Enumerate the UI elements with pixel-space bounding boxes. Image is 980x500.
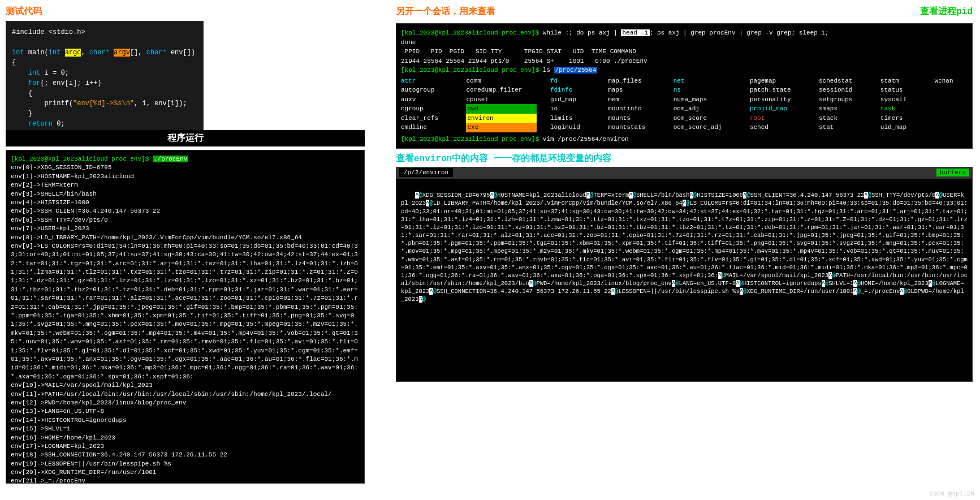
terminal-env21: env[21]->_=./procEnv — [11, 477, 360, 484]
ls-oom-adj: oom_adj — [674, 104, 736, 114]
ls-io: io — [550, 104, 594, 114]
ls-pad3 — [935, 114, 968, 123]
terminal-env1: env[1]->HOSTNAME=kpl_2023alicloud — [11, 173, 360, 181]
code-block: #include <stdio.h> int main(int argc, ch… — [6, 21, 204, 145]
terminal-env12: env[12]->PWD=/home/kpl_2023/linux/blog/p… — [11, 399, 360, 407]
ls-mountstats: mountstats — [608, 123, 659, 132]
ls-environ: environ — [466, 114, 536, 123]
code-line-8: printf("env[%d]->%s\n", i, env[i]); — [12, 98, 197, 109]
ls-map-files: map_files — [608, 76, 659, 86]
ls-schedstat: schedstat — [819, 76, 867, 86]
ls-comm: comm — [466, 76, 536, 86]
code-section: 测试代码 #include <stdio.h> int main(int arg… — [6, 6, 204, 145]
rt-ps-row1: 21944 25564 25564 21944 pts/0 25564 S+ 1… — [401, 57, 968, 66]
ls-ns: ns — [674, 85, 736, 95]
ls-output-grid: attr comm fd map_files net pagemap sched… — [401, 76, 968, 132]
ls-sched: sched — [750, 123, 805, 132]
ls-mem: mem — [608, 95, 659, 105]
ls-gid-map: gid_map — [550, 95, 594, 105]
ls-projid-map: projid_map — [750, 104, 805, 114]
right-bottom-section: 查看environ中的内容 一一存的都是环境变量的内容 /p/2/environ… — [396, 153, 973, 382]
terminal-line-prompt: [kpl_2023@kpl_2023alicloud proc_env]$ ./… — [11, 155, 360, 163]
rt-ps-header: PPID PID PGID SID TTY TPGID STAT UID TIM… — [401, 47, 968, 57]
rt-done: done — [401, 38, 968, 48]
ls-attr: attr — [401, 76, 452, 86]
ls-numa-maps: numa_maps — [674, 95, 736, 105]
ls-mountinfo: mountinfo — [608, 104, 659, 114]
code-line-4: { — [12, 58, 197, 68]
ls-pagemap: pagemap — [750, 76, 805, 86]
terminal-env4: env[4]->HISTSIZE=1000 — [11, 199, 360, 207]
terminal-env13: env[13]->LANG=en_US.UTF-8 — [11, 407, 360, 416]
ls-limits: limits — [550, 114, 594, 123]
ls-syscall: syscall — [880, 95, 921, 105]
code-line-6: for(; env[i]; i++) — [12, 78, 197, 88]
terminal-env11: env[11]->PATH=/usr/local/bin:/usr/bin:/u… — [11, 390, 360, 399]
ls-root: root — [750, 114, 805, 123]
terminal-env10: env[10]->MAIL=/var/spool/mail/kpl_2023 — [11, 381, 360, 390]
another-session-title: 另开一个会话，用来查看 — [396, 6, 495, 18]
ls-maps: maps — [608, 85, 659, 95]
terminal-env17: env[17]->LOGNAME=kpl_2023 — [11, 442, 360, 451]
terminal-env2: env[2]->TERM=xterm — [11, 181, 360, 189]
rt-vim-prompt: [kpl_2023@kpl_2023alicloud proc_env]$ vi… — [401, 135, 968, 144]
ls-task: task — [880, 104, 921, 114]
ls-pad1 — [935, 95, 968, 105]
environ-terminal[interactable]: ^@XDG_SESSION_ID=6795^@HOSTNAME=kpl_2023… — [396, 178, 973, 382]
ls-timers: timers — [880, 114, 921, 123]
ls-mounts: mounts — [608, 114, 659, 123]
code-line-9: } — [12, 109, 197, 119]
ls-cmdline: cmdline — [401, 123, 452, 132]
terminal-env14: env[14]->HISTCONTROL=ignoredups — [11, 416, 360, 425]
ls-personality: personality — [750, 95, 805, 105]
check-environ-title: 查看environ中的内容 一一存的都是环境变量的内容 — [396, 154, 611, 164]
code-line-10: return 0; — [12, 119, 197, 129]
code-line-2 — [12, 37, 197, 48]
ls-clear-refs: clear_refs — [401, 114, 452, 123]
buffers-button[interactable]: buffers — [936, 169, 969, 176]
ls-wchan2 — [935, 85, 968, 95]
code-line-1: #include <stdio.h> — [12, 27, 197, 37]
ls-smaps: smaps — [819, 104, 867, 114]
ls-status: status — [880, 85, 921, 95]
terminal-env15: env[15]->SHLVL=1 — [11, 425, 360, 433]
ls-net: net — [674, 76, 736, 86]
ls-cwd: cwd — [466, 104, 536, 114]
terminal-env18: env[18]->SSH_CONNECTION=36.4.240.147 563… — [11, 451, 360, 459]
ls-coredump: coredump_filter — [466, 85, 536, 95]
terminal-env5: env[5]->SSH_CLIENT=36.4.240.147 56373 22 — [11, 207, 360, 215]
ls-uid-map: uid_map — [880, 123, 921, 132]
rt-prompt1: [kpl_2023@kpl_2023alicloud proc_env]$ wh… — [401, 28, 968, 38]
ls-stat: stat — [819, 123, 867, 132]
code-line-3: int main(int argc, char* argv[], char* e… — [12, 48, 197, 58]
ls-autogroup: autogroup — [401, 85, 452, 95]
code-line-5: int i = 0; — [12, 68, 197, 78]
program-run-terminal[interactable]: [kpl_2023@kpl_2023alicloud proc_env]$ ./… — [6, 150, 365, 484]
ls-wchan: wchan — [935, 76, 968, 86]
ls-oom-score-adj: oom_score_adj — [674, 123, 736, 132]
ls-auxv: auxv — [401, 95, 452, 105]
terminal-env20: env[20]->XDG_RUNTIME_DIR=/run/user/1001 — [11, 468, 360, 477]
terminal-env3: env[3]->SHELL=/bin/bash — [11, 190, 360, 199]
ls-stack: stack — [819, 114, 867, 123]
ls-cgroup: cgroup — [401, 104, 452, 114]
ls-pad2 — [935, 104, 968, 114]
ls-loginuid: loginuid — [550, 123, 594, 132]
right-top-section: 另开一个会话，用来查看 查看进程pid [kpl_2023@kpl_2023al… — [396, 6, 973, 149]
ls-fd: fd — [550, 76, 594, 86]
right-top-terminal[interactable]: [kpl_2023@kpl_2023alicloud proc_env]$ wh… — [396, 23, 973, 149]
vim-tab-label[interactable]: /p/2/environ — [399, 168, 453, 177]
program-run-title: 程序运行 — [6, 130, 365, 146]
terminal-env8: env[8]->LD_LIBRARY_PATH=/home/kpl_2023/.… — [11, 234, 360, 242]
terminal-env16: env[16]->HOME=/home/kpl_2023 — [11, 434, 360, 442]
program-run-section: 程序运行 [kpl_2023@kpl_2023alicloud proc_env… — [6, 130, 365, 484]
ls-pad4 — [935, 123, 968, 132]
rt-ls-prompt: [kpl_2023@kpl_2023alicloud proc_env]$ ls… — [401, 66, 968, 75]
terminal-env6: env[6]->SSH_TTY=/dev/pts/0 — [11, 216, 360, 225]
ls-cpuset: cpuset — [466, 95, 536, 105]
terminal-env0: env[0]->XDG_SESSION_ID=6795 — [11, 163, 360, 172]
vim-tabbar: /p/2/environ buffers — [396, 167, 973, 178]
code-line-7: { — [12, 88, 197, 98]
ls-exe: exe — [466, 123, 536, 132]
ls-sessionid: sessionid — [819, 85, 867, 95]
